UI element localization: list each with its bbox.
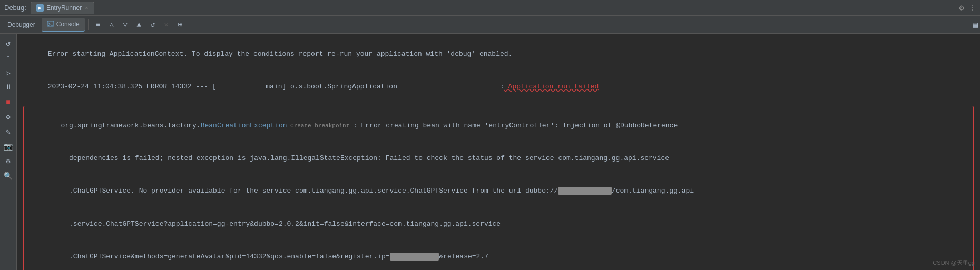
expand-icon[interactable]: ⋮ — [968, 3, 976, 12]
tab-icon: ▶ — [36, 4, 44, 12]
ip-blur-2 — [390, 253, 439, 261]
create-breakpoint-text[interactable]: Create breakpoint — [287, 123, 353, 129]
tab-close-icon[interactable]: × — [85, 5, 88, 11]
ip-blur-1 — [558, 187, 612, 195]
grid-btn[interactable]: ⊞ — [174, 18, 187, 31]
toolbar: Debugger Console ≡ △ ▽ ▲ ↺ ✕ ⊞ ▤ — [0, 16, 980, 34]
stop-btn: ✕ — [160, 18, 173, 31]
tab-title: EntryRunner — [46, 4, 82, 12]
restart-btn[interactable]: ↺ — [2, 37, 15, 49]
entry-runner-tab[interactable]: ▶ EntryRunner × — [31, 2, 94, 14]
stop-run-btn[interactable]: ■ — [2, 96, 15, 108]
console-content: Error starting ApplicationContext. To di… — [17, 34, 980, 270]
left-sidebar: ↺ ↑ ▷ ⏸ ■ ⊙ ✎ 📷 ⚙ 🔍 — [0, 34, 17, 270]
error-line-3: .ChatGPTService. No provider available f… — [28, 175, 969, 208]
debugger-tab[interactable]: Debugger — [2, 18, 41, 32]
breakpoints-btn[interactable]: ⊙ — [2, 111, 15, 123]
console-line-2: 2023-02-24 11:04:38.325 ERROR 14332 --- … — [23, 71, 974, 103]
app-run-failed-text: Application run failed — [504, 83, 599, 91]
edit-btn[interactable]: ✎ — [2, 125, 15, 138]
main-layout: ↺ ↑ ▷ ⏸ ■ ⊙ ✎ 📷 ⚙ 🔍 Error starting Appli… — [0, 34, 980, 270]
up-btn[interactable]: ↑ — [2, 52, 15, 64]
bean-creation-exception-link[interactable]: BeanCreationException — [201, 122, 287, 129]
scroll-up-btn[interactable]: △ — [105, 18, 118, 31]
console-icon — [47, 21, 54, 28]
sidebar-toggle[interactable]: ▤ — [973, 19, 978, 30]
top-bar: Debug: ▶ EntryRunner × ⚙ ⋮ — [0, 0, 980, 16]
toolbar-separator — [88, 19, 89, 30]
resume-btn[interactable]: ▷ — [2, 66, 15, 79]
watermark: CSDN @天里gg — [933, 259, 975, 267]
search-sidebar-btn[interactable]: 🔍 — [2, 169, 15, 182]
error-line-5: .ChatGPTService&methods=generateAvatar&p… — [28, 241, 969, 270]
console-line-1: Error starting ApplicationContext. To di… — [23, 38, 974, 71]
camera-btn[interactable]: 📷 — [2, 140, 15, 153]
debug-label: Debug: — [4, 4, 26, 12]
refresh-btn[interactable]: ↺ — [146, 18, 159, 31]
settings-icon[interactable]: ⚙ — [959, 3, 964, 13]
gear-btn[interactable]: ⚙ — [2, 155, 15, 167]
error-line-4: .service.ChatGPTService?application=gg-e… — [28, 208, 969, 241]
pause-btn[interactable]: ⏸ — [2, 81, 15, 94]
error-line-2: dependencies is failed; nested exception… — [28, 142, 969, 175]
error-block: org.springframework.beans.factory.BeanCr… — [23, 106, 974, 270]
console-label: Console — [56, 21, 80, 28]
debugger-label: Debugger — [7, 21, 35, 28]
clear-btn[interactable]: ≡ — [92, 18, 104, 31]
console-tab[interactable]: Console — [42, 18, 85, 32]
scroll-down-btn[interactable]: ▽ — [119, 18, 132, 31]
scroll-top-btn[interactable]: ▲ — [133, 18, 145, 31]
error-line-1: org.springframework.beans.factory.BeanCr… — [28, 109, 969, 142]
